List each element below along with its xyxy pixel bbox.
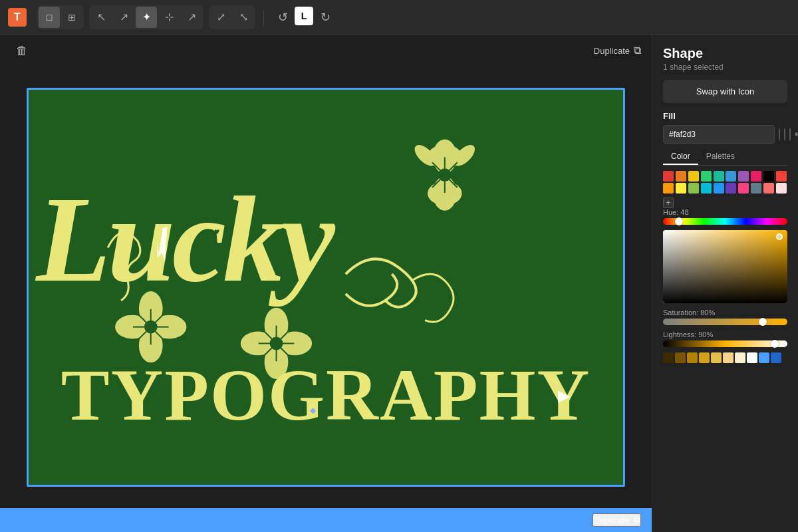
- bottom-swatch-3[interactable]: [699, 352, 710, 363]
- lightness-slider-track[interactable]: [663, 340, 787, 347]
- select-tools: ↖ ↗ ✦ ⊹ ↗: [89, 5, 203, 29]
- bottom-swatch-1[interactable]: [675, 352, 686, 363]
- color-swatch-green[interactable]: [779, 128, 780, 141]
- main-toolbar: T □ ⊞ ↖ ↗ ✦ ⊹ ↗ ⤢ ⤡ ↺ L ↻: [0, 0, 798, 35]
- select-tool-5[interactable]: ↗: [181, 7, 202, 28]
- app-logo[interactable]: T: [8, 8, 27, 27]
- duplicate-button[interactable]: Duplicate ⧉: [594, 45, 641, 57]
- bottom-swatch-0[interactable]: [663, 352, 674, 363]
- toolbar-separator: [263, 9, 264, 25]
- duplicate-icon: ⧉: [634, 45, 641, 57]
- swatch-17[interactable]: [751, 183, 761, 194]
- right-panel: Shape 1 shape selected Swap with Icon Fi…: [652, 35, 798, 532]
- swatch-4[interactable]: [714, 171, 724, 182]
- color-swatch-yellow2[interactable]: [789, 128, 791, 141]
- select-tool-2[interactable]: ↗: [113, 7, 134, 28]
- canvas-toolbar: 🗑 Duplicate ⧉: [0, 35, 652, 66]
- bottom-swatch-4[interactable]: [711, 352, 722, 363]
- gradient-black: [663, 230, 787, 303]
- pencil-icon[interactable]: ✏: [795, 129, 798, 140]
- bottom-swatch-2[interactable]: [687, 352, 698, 363]
- hue-label: Hue: 48: [663, 208, 787, 216]
- bottom-duplicate-button[interactable]: Duplicate ⧉: [593, 513, 641, 527]
- delete-button[interactable]: 🗑: [11, 41, 33, 61]
- canvas-frame[interactable]: Lucky ♥ TYPOGRAPHY ◆: [27, 88, 625, 487]
- bottom-swatch-8[interactable]: [759, 352, 769, 363]
- swatch-5[interactable]: [726, 171, 736, 182]
- color-gradient-picker[interactable]: [663, 230, 787, 303]
- swatch-11[interactable]: [676, 183, 686, 194]
- shape-tools: □ ⊞: [37, 5, 84, 29]
- swatches-grid: [663, 171, 787, 194]
- picker-dot[interactable]: [776, 233, 783, 240]
- svg-text:Lucky: Lucky: [35, 172, 336, 307]
- swatch-3[interactable]: [701, 171, 712, 182]
- node-tool-2[interactable]: ⤡: [233, 7, 254, 28]
- bottom-swatches: [663, 352, 787, 363]
- bottom-duplicate-label: Duplicate: [594, 515, 630, 525]
- svg-text:TYPOGRAPHY: TYPOGRAPHY: [61, 355, 591, 436]
- swatch-14[interactable]: [714, 183, 724, 194]
- saturation-label: Saturation: 80%: [663, 309, 787, 317]
- lightness-slider-row: Lightness: 90%: [663, 331, 787, 347]
- swatch-15[interactable]: [726, 183, 736, 194]
- bottom-swatch-6[interactable]: [735, 352, 745, 363]
- swatch-7[interactable]: [751, 171, 761, 182]
- panel-subtitle: 1 shape selected: [663, 63, 787, 72]
- swatch-6[interactable]: [738, 171, 749, 182]
- add-swatch-button[interactable]: +: [663, 198, 674, 208]
- bottom-swatch-9[interactable]: [771, 352, 781, 363]
- lightness-label: Lightness: 90%: [663, 331, 787, 338]
- tab-color[interactable]: Color: [663, 149, 698, 165]
- rect-tool[interactable]: □: [39, 7, 60, 28]
- tab-palettes[interactable]: Palettes: [698, 149, 743, 165]
- canvas-area: 🗑 Duplicate ⧉: [0, 35, 652, 532]
- saturation-slider-track[interactable]: [663, 319, 787, 325]
- saturation-slider-row: Saturation: 80%: [663, 309, 787, 325]
- swatch-16[interactable]: [738, 183, 749, 194]
- hex-input[interactable]: [663, 125, 775, 144]
- bottom-bar: Duplicate ⧉: [0, 508, 652, 532]
- color-input-row: ✏: [663, 125, 787, 144]
- fill-section: Fill ✏ Color Palettes: [663, 111, 787, 363]
- swatch-0[interactable]: [663, 171, 674, 182]
- node-tool-1[interactable]: ⤢: [210, 7, 231, 28]
- lightness-thumb[interactable]: [771, 340, 779, 348]
- select-tool-1[interactable]: ↖: [90, 7, 112, 28]
- panel-title: Shape: [663, 45, 787, 61]
- node-tools: ⤢ ⤡: [209, 5, 255, 29]
- swatch-8[interactable]: [763, 171, 774, 182]
- hue-thumb[interactable]: [675, 217, 683, 225]
- redo-button[interactable]: ↻: [315, 7, 336, 28]
- canvas-wrapper[interactable]: Lucky ♥ TYPOGRAPHY ◆: [0, 66, 652, 508]
- swatch-2[interactable]: [688, 171, 699, 182]
- swatch-10[interactable]: [663, 183, 674, 194]
- design-svg: Lucky ♥ TYPOGRAPHY ◆: [29, 90, 623, 485]
- undo-button[interactable]: ↺: [272, 7, 293, 28]
- swatch-18[interactable]: [763, 183, 774, 194]
- hue-slider-track[interactable]: [663, 218, 787, 225]
- swatch-19[interactable]: [776, 183, 787, 194]
- duplicate-label: Duplicate: [594, 46, 630, 56]
- grid-tool[interactable]: ⊞: [61, 7, 82, 28]
- fill-label: Fill: [663, 111, 787, 121]
- swatch-1[interactable]: [676, 171, 686, 182]
- undo-redo-group: ↺ L ↻: [272, 7, 336, 28]
- swatch-13[interactable]: [701, 183, 712, 194]
- canvas-content: Lucky ♥ TYPOGRAPHY ◆: [29, 90, 623, 485]
- swatch-12[interactable]: [688, 183, 699, 194]
- select-tool-4[interactable]: ⊹: [158, 7, 180, 28]
- l-badge: L: [295, 7, 313, 25]
- svg-text:♥: ♥: [214, 226, 219, 237]
- select-tool-3[interactable]: ✦: [136, 7, 157, 28]
- color-swatch-yellow1[interactable]: [784, 128, 785, 141]
- saturation-thumb[interactable]: [759, 318, 767, 326]
- bottom-swatch-7[interactable]: [747, 352, 757, 363]
- main-content: 🗑 Duplicate ⧉: [0, 35, 798, 532]
- swatch-9[interactable]: [776, 171, 787, 182]
- panel-header: Shape 1 shape selected: [663, 45, 787, 72]
- bottom-duplicate-icon: ⧉: [634, 515, 640, 525]
- bottom-swatch-5[interactable]: [723, 352, 733, 363]
- color-tabs: Color Palettes: [663, 149, 787, 166]
- swap-icon-button[interactable]: Swap with Icon: [663, 80, 787, 103]
